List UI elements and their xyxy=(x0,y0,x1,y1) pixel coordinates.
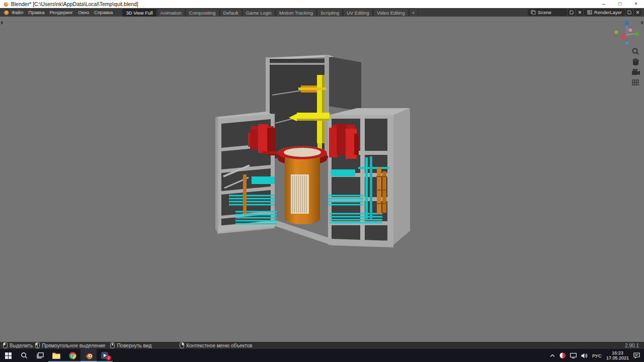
tray-expand-chevron[interactable] xyxy=(550,354,555,357)
file-explorer-button[interactable] xyxy=(48,349,64,362)
blender-taskbar-icon xyxy=(85,351,93,360)
status-hint-rotate-view: Повернуть вид xyxy=(110,342,151,348)
window-titlebar[interactable]: Blender* [C:\Users\nk\AppData\Local\Temp… xyxy=(0,0,644,8)
scene-selector-value: Scene xyxy=(538,10,551,15)
status-rotate-view-label: Повернуть вид xyxy=(117,343,151,348)
tab-animation[interactable]: Animation xyxy=(157,9,185,17)
sidebar-expand-arrow[interactable] xyxy=(640,21,643,25)
task-view-button[interactable] xyxy=(32,349,48,362)
new-scene-button[interactable] xyxy=(568,9,575,16)
tray-app-icon[interactable] xyxy=(559,352,566,358)
notification-center-icon xyxy=(633,352,640,358)
status-select-label: Выделить xyxy=(10,343,33,348)
clock[interactable]: 16:23 17.05.2021 xyxy=(606,350,629,361)
zoom-icon[interactable] xyxy=(633,49,639,55)
menu-file[interactable]: Файл xyxy=(9,10,26,15)
tab-motion-tracking[interactable]: Motion Tracking xyxy=(276,9,316,17)
reactor-building-model xyxy=(215,55,410,247)
gizmo-z-axis[interactable] xyxy=(625,21,629,26)
network-icon[interactable] xyxy=(570,353,577,358)
unlink-renderlayer-icon xyxy=(636,11,639,14)
status-context-menu-label: Контекстное меню объектов xyxy=(186,343,252,348)
new-renderlayer-button[interactable] xyxy=(626,9,633,16)
window-title: Blender* [C:\Users\nk\AppData\Local\Temp… xyxy=(11,1,596,7)
clock-date: 17.05.2021 xyxy=(606,355,629,361)
windows-logo-icon xyxy=(5,352,12,359)
status-box-select-label: Прямоугольное выделение xyxy=(42,343,105,348)
tab-uv-editing[interactable]: UV Editing xyxy=(343,9,373,17)
media-app-button[interactable]: 2 xyxy=(97,349,113,362)
blender-topbar: Файл Правка Рендеринг Окно Справка 3D Vi… xyxy=(0,8,644,17)
unlink-scene-button[interactable] xyxy=(576,9,583,16)
mouse-left-icon xyxy=(3,342,8,348)
mouse-drag-icon xyxy=(35,342,40,348)
status-hint-context-menu: Контекстное меню объектов xyxy=(180,342,252,348)
navigation-gizmo[interactable] xyxy=(615,21,639,45)
statusbar: Выделить Прямоугольное выделение Поверну… xyxy=(0,342,644,349)
tab-default[interactable]: Default xyxy=(220,9,242,17)
tab-scripting[interactable]: Scripting xyxy=(317,9,343,17)
menu-edit[interactable]: Правка xyxy=(26,10,47,15)
tab-game-logic[interactable]: Game Logic xyxy=(243,9,275,17)
render-layer-value: RenderLayer xyxy=(594,10,622,15)
notification-badge: 2 xyxy=(106,355,111,360)
speaker-icon xyxy=(581,353,588,358)
pan-hand-icon[interactable] xyxy=(633,58,638,65)
chrome-button[interactable] xyxy=(64,349,80,362)
new-renderlayer-icon xyxy=(627,10,631,15)
new-scene-icon xyxy=(570,10,574,15)
blender-version: 2.90.1 xyxy=(625,343,639,348)
workspace-tabs: 3D View Full Animation Compositing Defau… xyxy=(122,8,418,17)
monitor-icon xyxy=(570,353,577,358)
mouse-middle-icon xyxy=(110,342,115,348)
3d-viewport[interactable] xyxy=(0,17,644,342)
blender-taskbar-button[interactable] xyxy=(80,349,97,362)
windows-taskbar: 2 РУС 16:23 1 xyxy=(0,349,644,362)
toolbar-expand-arrow[interactable] xyxy=(1,21,4,25)
minimize-button[interactable]: – xyxy=(596,0,612,8)
unlink-renderlayer-button[interactable] xyxy=(634,9,641,16)
scene-render-settings: Scene RenderLayer xyxy=(528,9,644,16)
clock-time: 16:23 xyxy=(606,350,629,356)
blender-menu-icon[interactable] xyxy=(3,9,9,16)
search-button[interactable] xyxy=(16,349,32,362)
language-indicator[interactable]: РУС xyxy=(592,353,602,358)
action-center-icon[interactable] xyxy=(633,352,640,358)
add-workspace-tab-button[interactable]: + xyxy=(409,9,418,17)
tab-compositing[interactable]: Compositing xyxy=(186,9,219,17)
camera-view-icon[interactable] xyxy=(632,69,640,75)
file-explorer-icon xyxy=(52,352,60,359)
gizmo-x-axis[interactable] xyxy=(621,34,626,39)
tab-3d-view-full[interactable]: 3D View Full xyxy=(122,9,156,17)
menu-help[interactable]: Справка xyxy=(92,10,115,15)
scene-selector[interactable]: Scene xyxy=(528,9,567,16)
scene-browse-icon xyxy=(531,10,536,15)
ortho-grid-icon[interactable] xyxy=(632,80,638,85)
tab-video-editing[interactable]: Video Editing xyxy=(373,9,409,17)
browser-tray-icon xyxy=(559,352,566,358)
task-view-icon xyxy=(37,352,44,358)
status-hint-box-select: Прямоугольное выделение xyxy=(35,342,105,348)
menu-render[interactable]: Рендеринг xyxy=(47,10,75,15)
mouse-right-icon xyxy=(180,342,184,348)
blender-app-icon xyxy=(3,1,9,7)
search-icon xyxy=(21,352,28,359)
system-tray: РУС 16:23 17.05.2021 xyxy=(550,350,644,361)
gizmo-neg-z-axis[interactable] xyxy=(625,42,628,45)
render-layer-selector[interactable]: RenderLayer xyxy=(584,9,625,16)
chrome-icon xyxy=(68,351,77,360)
status-hint-select: Выделить xyxy=(3,342,33,348)
gizmo-neg-y-axis[interactable] xyxy=(615,31,618,34)
gizmo-neg-x-axis[interactable] xyxy=(629,29,632,32)
chevron-up-icon xyxy=(550,354,555,357)
render-layer-icon xyxy=(587,10,592,15)
3d-viewport-canvas[interactable] xyxy=(0,17,644,342)
unlink-scene-icon xyxy=(578,11,582,14)
gizmo-y-axis[interactable] xyxy=(635,32,639,37)
close-button[interactable]: × xyxy=(628,0,644,8)
volume-icon[interactable] xyxy=(581,353,588,358)
menu-window[interactable]: Окно xyxy=(75,10,92,15)
window-controls: – □ × xyxy=(596,0,644,8)
maximize-button[interactable]: □ xyxy=(612,0,628,8)
start-button[interactable] xyxy=(0,349,16,362)
